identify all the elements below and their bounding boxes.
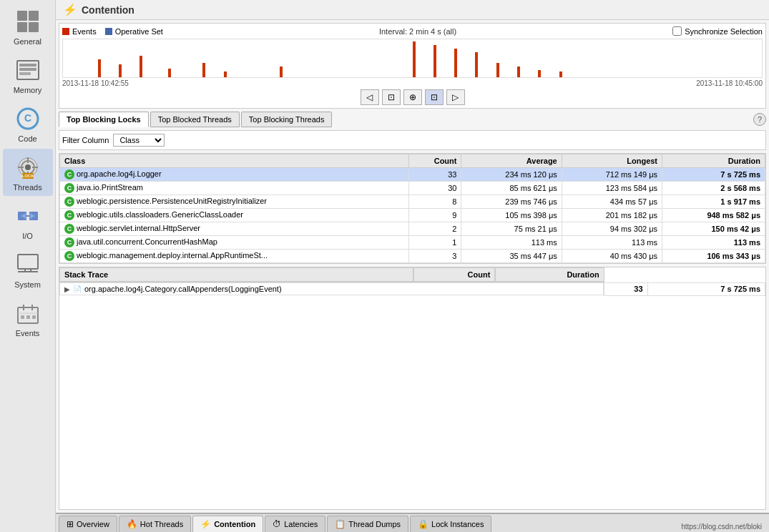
stack-col-duration: Duration [495, 267, 604, 282]
svg-rect-3 [29, 22, 39, 32]
bottom-tab-hot-threads[interactable]: 🔥 Hot Threads [119, 516, 191, 532]
class-icon: C [64, 169, 74, 179]
io-icon [14, 202, 42, 230]
sidebar-item-general-label: General [14, 37, 41, 46]
table-cell-count: 8 [408, 195, 461, 209]
bottom-tabs: ⊞ Overview 🔥 Hot Threads ⚡ Contention ⏱ … [56, 513, 769, 532]
table-cell-duration: 2 s 568 ms [662, 182, 765, 195]
bottom-tab-thread-dumps[interactable]: 📋 Thread Dumps [327, 516, 408, 532]
chart-zoom-selection-btn[interactable]: ⊡ [425, 89, 444, 105]
table-cell-duration: 106 ms 343 μs [662, 250, 765, 263]
tabs-section: Top Blocking Locks Top Blocked Threads T… [59, 112, 766, 127]
svg-rect-24 [18, 255, 38, 269]
sidebar-item-system[interactable]: System [3, 246, 53, 293]
bottom-tab-overview[interactable]: ⊞ Overview [59, 516, 117, 532]
table-row[interactable]: Cweblogic.persistence.PersistenceUnitReg… [60, 195, 765, 209]
legend-operative-label: Operative Set [115, 27, 163, 36]
filter-select[interactable]: Class Count Average Longest Duration [113, 134, 165, 147]
sidebar-item-general[interactable]: General [3, 3, 53, 50]
table-cell-longest: 123 ms 584 μs [562, 182, 662, 195]
stack-trace-table: Stack Trace Count Duration ▶ 📄 org.apach… [59, 267, 765, 296]
chart-timestamps: 2013-11-18 10:42:55 2013-11-18 10:45:00 [62, 79, 763, 87]
legend-events: Events [62, 27, 97, 36]
stack-col-count: Count [413, 267, 495, 282]
stack-body: ▶ 📄 org.apache.log4j.Category.callAppend… [59, 282, 765, 295]
table-cell-class: Cweblogic.utils.classloaders.GenericClas… [60, 209, 409, 222]
tab-blocked-threads[interactable]: Top Blocked Threads [150, 112, 240, 127]
table-cell-average: 234 ms 120 μs [461, 168, 562, 182]
sidebar-item-io-label: I/O [22, 232, 33, 240]
table-cell-duration: 113 ms [662, 236, 765, 250]
sidebar-item-threads[interactable]: LOCK Threads [3, 149, 53, 196]
table-row[interactable]: Cweblogic.servlet.internal.HttpServer 2 … [60, 222, 765, 236]
sidebar-item-events-label: Events [16, 329, 40, 338]
hot-threads-icon: 🔥 [127, 519, 137, 529]
chart-time-end: 2013-11-18 10:45:00 [696, 79, 763, 87]
sidebar: General Memory C Code [0, 0, 56, 532]
expand-btn[interactable]: ▶ [64, 285, 70, 293]
tab-blocking-locks[interactable]: Top Blocking Locks [59, 112, 149, 127]
table-cell-average: 105 ms 398 μs [461, 209, 562, 222]
bottom-tab-contention-label: Contention [214, 520, 255, 528]
sidebar-item-code[interactable]: C Code [3, 100, 53, 147]
sidebar-item-io[interactable]: I/O [3, 197, 53, 245]
table-cell-duration: 1 s 917 ms [662, 195, 765, 209]
col-average: Average [461, 154, 562, 168]
stack-row[interactable]: ▶ 📄 org.apache.log4j.Category.callAppend… [59, 282, 765, 295]
svg-rect-5 [19, 64, 36, 66]
bottom-tab-latencies[interactable]: ⏱ Latencies [265, 516, 325, 532]
stack-col-trace: Stack Trace [59, 267, 413, 282]
stack-icon: 📄 [73, 285, 82, 293]
bottom-tab-hot-threads-label: Hot Threads [140, 520, 183, 528]
bottom-tab-contention[interactable]: ⚡ Contention [192, 516, 263, 532]
system-icon [14, 250, 42, 279]
sync-checkbox-input[interactable] [672, 26, 682, 36]
bottom-tab-thread-dumps-label: Thread Dumps [348, 520, 401, 528]
general-icon [14, 7, 42, 36]
chart-forward-btn[interactable]: ▷ [446, 89, 465, 105]
sidebar-item-events[interactable]: Events [3, 295, 53, 342]
table-row[interactable]: Cweblogic.utils.classloaders.GenericClas… [60, 209, 765, 222]
help-icon[interactable]: ? [753, 113, 766, 126]
filter-row: Filter Column Class Count Average Longes… [59, 130, 766, 150]
table-cell-duration: 7 s 725 ms [662, 168, 765, 182]
svg-rect-0 [17, 11, 27, 21]
svg-rect-33 [26, 315, 30, 319]
blocking-locks-table: Class Count Average Longest Duration Cor… [59, 154, 765, 263]
table-row[interactable]: Cjava.util.concurrent.ConcurrentHashMap … [60, 236, 765, 250]
table-cell-count: 2 [408, 222, 461, 236]
bottom-tab-latencies-label: Latencies [284, 520, 318, 528]
lock-instances-icon: 🔒 [418, 519, 428, 529]
table-cell-average: 85 ms 621 μs [461, 182, 562, 195]
sidebar-item-system-label: System [14, 280, 41, 289]
sidebar-item-memory[interactable]: Memory [3, 51, 53, 99]
table-cell-count: 9 [408, 209, 461, 222]
table-row[interactable]: Cjava.io.PrintStream 30 85 ms 621 μs 123… [60, 182, 765, 195]
operative-dot [105, 28, 112, 35]
chart-controls: ◁ ⊡ ⊕ ⊡ ▷ [62, 89, 763, 105]
sidebar-item-code-label: Code [18, 134, 36, 143]
table-cell-class: Corg.apache.log4j.Logger [60, 168, 409, 182]
memory-icon [14, 56, 42, 84]
class-icon: C [64, 197, 74, 207]
table-cell-count: 30 [408, 182, 461, 195]
sync-checkbox[interactable]: Synchronize Selection [672, 26, 763, 36]
table-cell-longest: 40 ms 430 μs [562, 250, 662, 263]
chart-time-start: 2013-11-18 10:42:55 [62, 79, 129, 87]
legend-operative: Operative Set [105, 27, 163, 36]
contention-icon: ⚡ [63, 3, 77, 16]
table-row[interactable]: Corg.apache.log4j.Logger 33 234 ms 120 μ… [60, 168, 765, 182]
col-count: Count [408, 154, 461, 168]
stack-cell-duration: 7 s 725 ms [647, 282, 765, 295]
bottom-tab-lock-instances[interactable]: 🔒 Lock Instances [410, 516, 491, 532]
table-cell-class: Cjava.io.PrintStream [60, 182, 409, 195]
col-duration: Duration [662, 154, 765, 168]
chart-zoom-in-btn[interactable]: ⊕ [403, 89, 422, 105]
chart-back-btn[interactable]: ◁ [361, 89, 379, 105]
chart-fit-btn[interactable]: ⊡ [382, 89, 401, 105]
table-cell-duration: 948 ms 582 μs [662, 209, 765, 222]
svg-rect-1 [29, 11, 39, 21]
chart-legend: Events Operative Set [62, 27, 163, 36]
table-row[interactable]: Cweblogic.management.deploy.internal.App… [60, 250, 765, 263]
tab-blocking-threads[interactable]: Top Blocking Threads [241, 112, 333, 127]
